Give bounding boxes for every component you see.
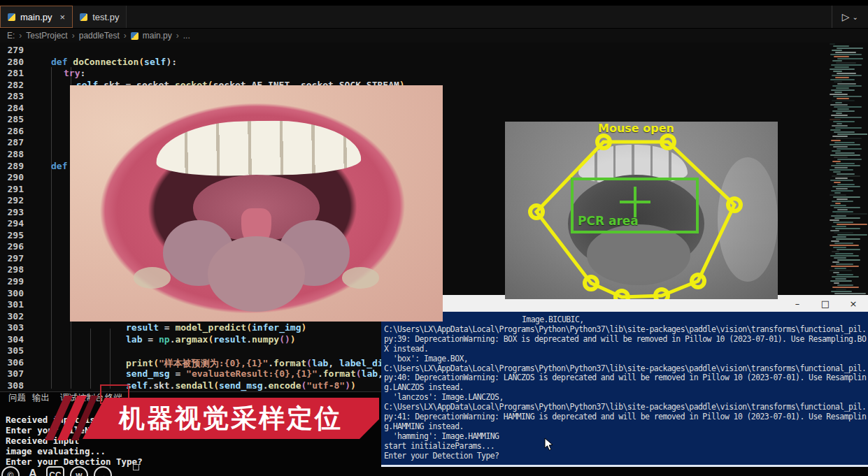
minimap-row <box>835 178 848 179</box>
minimap-row <box>836 238 860 240</box>
minimap-row <box>834 66 849 68</box>
minimap-row <box>837 159 862 160</box>
minimap-row <box>834 217 860 219</box>
console-line: X instead. <box>384 345 865 354</box>
minimap-row <box>832 287 859 288</box>
minimap-row <box>833 171 841 173</box>
code-token: : <box>80 68 85 78</box>
code-token: self <box>144 57 166 67</box>
line-number: 300 <box>0 288 24 298</box>
code-token: ): <box>166 57 177 67</box>
code-token: lab <box>312 358 328 368</box>
minimap-row <box>836 213 867 215</box>
maximize-button[interactable]: □ <box>820 298 830 309</box>
minimap-row <box>832 186 860 187</box>
minimap-row <box>837 284 853 286</box>
tab-test-py[interactable]: test.py <box>73 6 127 28</box>
minimap-row <box>835 152 855 154</box>
code-token: ) <box>285 334 290 345</box>
minimap-row <box>832 201 853 202</box>
watermark-icon: © <box>1 466 20 476</box>
code-token: = <box>159 322 175 333</box>
indent-guide <box>51 67 52 389</box>
minimap-row <box>830 119 841 120</box>
breadcrumb-drive[interactable]: E: <box>7 31 15 41</box>
code-token: format <box>323 368 356 379</box>
minimap-row <box>833 196 860 198</box>
code-token: sendall <box>175 380 213 391</box>
line-number: 281 <box>0 68 24 78</box>
breadcrumb-item[interactable]: ... <box>183 31 190 41</box>
minimap-row <box>833 96 862 97</box>
minimize-button[interactable]: – <box>792 298 802 309</box>
minimap-row <box>834 131 855 133</box>
minimap-row <box>830 154 860 156</box>
close-button[interactable]: × <box>848 298 858 309</box>
minimap-row <box>837 48 863 49</box>
run-button[interactable]: ▷ <box>842 11 850 22</box>
code-token: . <box>263 380 269 391</box>
close-icon[interactable]: × <box>60 12 66 22</box>
code-token: . <box>246 334 252 345</box>
line-number: 299 <box>0 276 24 287</box>
tab-main-py[interactable]: main.py × <box>0 6 73 28</box>
minimap-row <box>837 73 856 74</box>
python-icon <box>80 13 87 21</box>
code-token: "样本被预测为:{0},{1}" <box>159 358 268 368</box>
indent-guide <box>110 329 111 389</box>
code-token: ( <box>213 380 219 391</box>
line-number: 295 <box>0 230 24 240</box>
breadcrumb-item[interactable]: main.py <box>143 31 172 41</box>
minimap-row <box>830 144 860 145</box>
minimap-row <box>832 251 839 252</box>
breadcrumb: E: › TestProject › paddleTest › main.py … <box>0 29 868 43</box>
lower-teeth-right <box>342 267 379 288</box>
code-token: ) <box>350 380 356 391</box>
line-number: 302 <box>0 311 24 322</box>
watermark-icon: A <box>25 466 41 476</box>
minimap-row <box>833 247 846 248</box>
minimap-row <box>837 234 867 236</box>
breadcrumb-item[interactable]: paddleTest <box>79 31 120 41</box>
lower-teeth-left <box>134 267 171 288</box>
minimap-row <box>831 215 846 217</box>
minimap-row <box>831 240 839 242</box>
minimap-row <box>832 110 855 112</box>
minimap-row <box>837 199 848 200</box>
console-line: Enter your Detection Type? <box>384 452 865 461</box>
minimap-row <box>834 81 842 82</box>
panel-tab-0[interactable]: 问题 <box>8 389 26 406</box>
code-token: send_msg <box>126 368 170 379</box>
minimap-row <box>835 102 842 103</box>
console-line: C:\Users\LX\AppData\Local\Programs\Pytho… <box>384 403 865 412</box>
minimap-row <box>831 140 841 141</box>
editor-tab-bar: main.py × test.py ▷ ⌄ <box>0 6 868 29</box>
minimap-row <box>837 249 860 250</box>
line-number: 293 <box>0 207 24 217</box>
minimap-row <box>835 228 860 229</box>
code-text: print("样本被预测为:{0},{1}".format(lab, label… <box>126 357 421 370</box>
console-window: – □ × Image.BICUBIC,C:\Users\LX\AppData\… <box>381 295 868 467</box>
minimap-row <box>830 280 852 282</box>
mouth-photo <box>70 85 443 322</box>
terminal-line: image evaluating... <box>6 446 106 456</box>
minimap-row <box>833 222 853 223</box>
minimap-row <box>830 270 852 271</box>
breadcrumb-item[interactable]: TestProject <box>26 31 67 41</box>
minimap-row <box>835 52 856 53</box>
code-token: ) <box>290 334 296 345</box>
minimap-row <box>836 163 855 164</box>
code-text: lab = np.argmax(result.numpy()) <box>126 334 296 345</box>
minimap-row <box>836 188 848 189</box>
line-number: 296 <box>0 241 24 252</box>
minimap-row <box>830 104 848 106</box>
minimap-row <box>831 165 860 166</box>
console-output[interactable]: Image.BICUBIC,C:\Users\LX\AppData\Local\… <box>381 312 868 463</box>
code-token: def <box>51 57 73 67</box>
panel-tab-1[interactable]: 输出 <box>32 389 50 406</box>
chevron-down-icon[interactable]: ⌄ <box>853 13 858 21</box>
minimap-row <box>830 245 859 246</box>
minimap-row <box>837 173 855 175</box>
console-line: g.LANCZOS instead. <box>384 383 865 393</box>
console-line: start initializeParams... <box>384 442 865 452</box>
